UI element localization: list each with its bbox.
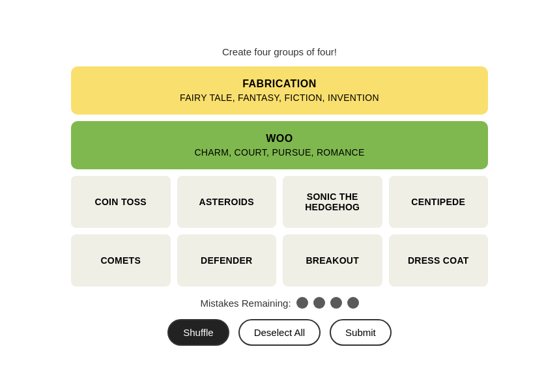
subtitle: Create four groups of four! bbox=[222, 46, 337, 57]
grid-cell-comets[interactable]: COMETS bbox=[71, 234, 171, 287]
mistake-dot-1 bbox=[296, 297, 308, 309]
grid-cell-asteroids[interactable]: ASTEROIDS bbox=[177, 176, 277, 228]
woo-category: WOO bbox=[84, 133, 475, 145]
grid-cell-sonic[interactable]: SONIC THE HEDGEHOG bbox=[283, 176, 382, 228]
mistake-dot-3 bbox=[330, 297, 342, 309]
deselect-all-button[interactable]: Deselect All bbox=[238, 319, 321, 346]
submit-button[interactable]: Submit bbox=[330, 319, 392, 346]
solved-group-woo: WOO CHARM, COURT, PURSUE, ROMANCE bbox=[71, 121, 488, 169]
fabrication-items: FAIRY TALE, FANTASY, FICTION, INVENTION bbox=[84, 92, 475, 103]
grid-cell-defender[interactable]: DEFENDER bbox=[177, 234, 277, 287]
mistakes-label: Mistakes Remaining: bbox=[200, 298, 291, 309]
game-container: Create four groups of four! FABRICATION … bbox=[71, 46, 488, 346]
mistake-dot-4 bbox=[347, 297, 359, 309]
action-buttons: Shuffle Deselect All Submit bbox=[167, 319, 392, 346]
woo-items: CHARM, COURT, PURSUE, ROMANCE bbox=[84, 147, 475, 158]
mistakes-row: Mistakes Remaining: bbox=[200, 297, 358, 309]
grid-cell-dress-coat[interactable]: DRESS COAT bbox=[389, 234, 489, 287]
solved-group-fabrication: FABRICATION FAIRY TALE, FANTASY, FICTION… bbox=[71, 66, 488, 115]
word-grid: COIN TOSSASTEROIDSSONIC THE HEDGEHOGCENT… bbox=[71, 176, 488, 287]
grid-cell-breakout[interactable]: BREAKOUT bbox=[283, 234, 382, 287]
shuffle-button[interactable]: Shuffle bbox=[167, 319, 229, 346]
mistake-dot-2 bbox=[313, 297, 325, 309]
grid-cell-centipede[interactable]: CENTIPEDE bbox=[389, 176, 489, 228]
fabrication-category: FABRICATION bbox=[84, 78, 475, 90]
grid-cell-coin-toss[interactable]: COIN TOSS bbox=[71, 176, 171, 228]
